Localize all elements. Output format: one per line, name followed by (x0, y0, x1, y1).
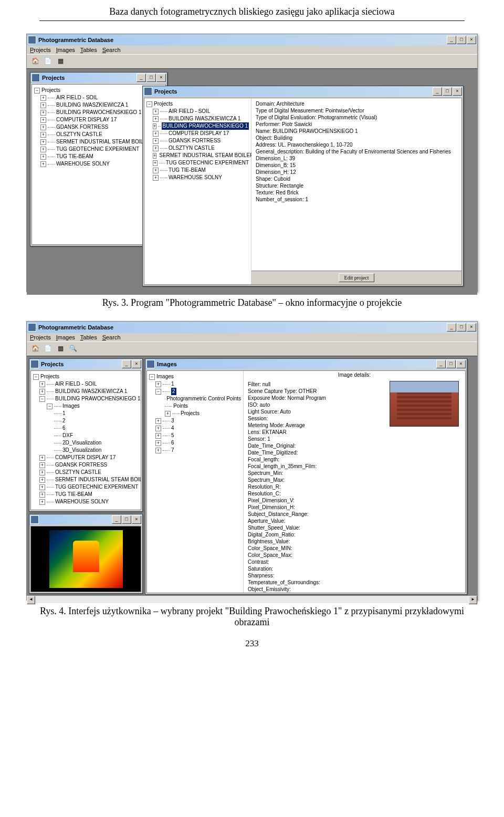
collapse-icon[interactable]: − (47, 404, 52, 409)
expand-icon[interactable]: + (39, 462, 45, 468)
toolbar-icon-3[interactable]: ▦ (55, 56, 66, 66)
expand-icon[interactable]: + (153, 138, 159, 144)
collapse-icon[interactable]: − (34, 88, 40, 94)
expand-icon[interactable]: + (153, 131, 159, 137)
minimize-button[interactable]: _ (447, 323, 456, 332)
expand-icon[interactable]: + (155, 426, 161, 431)
close-button[interactable]: × (132, 360, 141, 368)
expand-icon[interactable]: + (153, 116, 159, 122)
menu-tables[interactable]: Tables (80, 47, 97, 53)
collapse-icon[interactable]: − (149, 374, 155, 380)
tree-item[interactable]: +7 (149, 447, 241, 454)
tree-item[interactable]: +OLSZTYN CASTLE (146, 144, 249, 152)
menu-images[interactable]: Images (56, 334, 75, 340)
menu-projects[interactable]: Projects (30, 334, 51, 340)
maximize-button[interactable]: □ (457, 36, 466, 44)
expand-icon[interactable]: + (39, 455, 45, 461)
tree-item[interactable]: −Images (33, 402, 141, 410)
maximize-button[interactable]: □ (443, 87, 452, 96)
expand-icon[interactable]: + (40, 117, 46, 123)
expand-icon[interactable]: + (40, 147, 46, 152)
expand-icon[interactable]: + (153, 175, 159, 181)
expand-icon[interactable]: + (39, 499, 45, 505)
projects-tree-front[interactable]: −Projects +AIR FIELD - SOIL+BUILDING IWA… (144, 98, 251, 284)
tree-item[interactable]: +TUG TIE-BEAM (33, 491, 141, 498)
tree-item[interactable]: +AIR FIELD - SOIL (33, 380, 141, 388)
expand-icon[interactable]: + (40, 110, 46, 116)
close-button[interactable]: × (132, 515, 141, 524)
tree-item[interactable]: +WAREHOUSE SOLNY (33, 498, 141, 505)
collapse-icon[interactable]: − (146, 101, 152, 107)
close-button[interactable]: × (467, 323, 476, 332)
tree-item[interactable]: +3 (149, 417, 241, 425)
tree-item[interactable]: +Projects (149, 410, 241, 417)
expand-icon[interactable]: + (165, 411, 171, 417)
expand-icon[interactable]: + (39, 381, 45, 387)
scroll-left-icon[interactable]: ◄ (27, 596, 35, 604)
expand-icon[interactable]: + (40, 154, 46, 160)
images-tree[interactable]: −Images +1−2Photogrammetric Control Poin… (147, 371, 244, 593)
maximize-button[interactable]: □ (122, 515, 131, 524)
tree-item[interactable]: +GDANSK FORTRESS (146, 137, 249, 144)
expand-icon[interactable]: + (40, 125, 46, 130)
tree-item[interactable]: +TUG TIE-BEAM (146, 167, 249, 174)
tree-item[interactable]: +1 (149, 380, 241, 388)
tree-item[interactable]: +5 (149, 432, 241, 439)
expand-icon[interactable]: + (40, 161, 46, 167)
minimize-button[interactable]: _ (436, 360, 446, 368)
toolbar-icon-2[interactable]: 📄 (43, 343, 53, 354)
toolbar-icon-1[interactable]: 🏠 (30, 343, 40, 354)
tree-item[interactable]: +BUILDING IWASZKIEWICZA 1 (34, 101, 151, 109)
tree-item[interactable]: −2 (149, 388, 241, 395)
minimize-button[interactable]: _ (447, 36, 456, 44)
minimize-button[interactable]: _ (122, 360, 131, 368)
tree-item[interactable]: DXF (33, 432, 141, 439)
tree-item[interactable]: 2D_Visualization (33, 439, 141, 447)
tree-item[interactable]: +BUILDING IWASZKIEWICZA 1 (146, 115, 249, 122)
tree-item[interactable]: +SERMET INDUSTRIAL STEAM BOILER (146, 152, 249, 159)
expand-icon[interactable]: + (39, 477, 45, 483)
toolbar-icon-2[interactable]: 📄 (43, 56, 53, 66)
menu-search[interactable]: Search (102, 47, 121, 53)
edit-project-button[interactable]: Edit project (339, 273, 375, 282)
maximize-button[interactable]: □ (446, 360, 456, 368)
expand-icon[interactable]: + (40, 102, 46, 108)
tree-item[interactable]: +6 (149, 439, 241, 447)
tree-item[interactable]: +COMPUTER DISPLAY 17 (146, 130, 249, 137)
scroll-right-icon[interactable]: ► (469, 596, 477, 604)
tree-item[interactable]: 3D_Visualization (33, 447, 141, 454)
tree-item[interactable]: +AIR FIELD - SOIL (146, 108, 249, 115)
toolbar-icon-3[interactable]: ▦ (55, 343, 66, 354)
tree-item[interactable]: −BUILDING PRAWOCHENSKIEGO 1 (33, 395, 141, 402)
tree-item[interactable]: +OLSZTYN CASTLE (34, 131, 151, 138)
expand-icon[interactable]: + (153, 160, 158, 166)
tree-item[interactable]: +TUG TIE-BEAM (34, 153, 151, 160)
expand-icon[interactable]: + (40, 132, 46, 138)
tree-item[interactable]: Points (149, 402, 241, 410)
expand-icon[interactable]: − (39, 396, 45, 402)
tree-item[interactable]: +TUG GEOTECHNIC EXPERIMENT (34, 146, 151, 153)
maximize-button[interactable]: □ (146, 74, 156, 82)
tree-item[interactable]: 6 (33, 425, 141, 432)
tree-item[interactable]: +GDANSK FORTRESS (33, 461, 141, 469)
expand-icon[interactable]: + (155, 433, 161, 439)
minimize-button[interactable]: _ (433, 87, 442, 96)
expand-icon[interactable]: + (153, 168, 159, 173)
expand-icon[interactable]: + (39, 492, 45, 498)
expand-icon[interactable]: + (39, 484, 45, 490)
menu-tables[interactable]: Tables (80, 334, 97, 340)
expand-icon[interactable]: + (155, 418, 161, 424)
minimize-button[interactable]: _ (136, 74, 146, 82)
expand-icon[interactable]: + (155, 448, 161, 453)
close-button[interactable]: × (453, 87, 462, 96)
expand-icon[interactable]: − (155, 389, 161, 395)
expand-icon[interactable]: + (39, 470, 45, 475)
close-button[interactable]: × (456, 360, 466, 368)
close-button[interactable]: × (467, 36, 476, 44)
tree-item[interactable]: Photogrammetric Control Points (149, 395, 241, 402)
tree-item[interactable]: +COMPUTER DISPLAY 17 (33, 454, 141, 461)
tree-item[interactable]: +BUILDING PRAWOCHENSKIEGO 1 (34, 109, 151, 116)
tree-item[interactable]: +SERMET INDUSTRIAL STEAM BOILER (33, 476, 141, 483)
menu-search[interactable]: Search (102, 334, 121, 340)
menu-images[interactable]: Images (56, 47, 75, 53)
